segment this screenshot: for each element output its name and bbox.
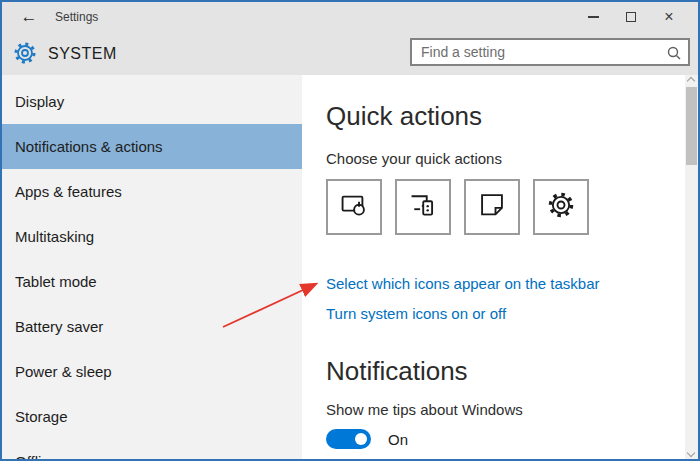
sidebar-item-display[interactable]: Display <box>2 79 302 124</box>
close-button[interactable]: × <box>650 6 688 28</box>
sidebar-item-apps-features[interactable]: Apps & features <box>2 169 302 214</box>
search-box <box>410 38 690 66</box>
minimize-icon <box>588 16 599 18</box>
window-controls: × <box>574 6 688 28</box>
link-turn-system-icons[interactable]: Turn system icons on or off <box>326 305 506 322</box>
maximize-icon <box>626 12 636 22</box>
search-icon[interactable] <box>666 45 682 65</box>
notifications-heading: Notifications <box>326 354 685 388</box>
quick-action-tiles <box>326 179 685 235</box>
quick-actions-heading: Quick actions <box>326 99 685 133</box>
quick-action-all-settings[interactable] <box>533 179 589 235</box>
choose-quick-actions-label: Choose your quick actions <box>326 150 685 167</box>
sidebar-item-tablet-mode[interactable]: Tablet mode <box>2 259 302 304</box>
scroll-down-icon[interactable] <box>687 449 695 457</box>
scrollbar[interactable] <box>685 75 698 459</box>
show-tips-toggle[interactable] <box>326 429 371 449</box>
back-button[interactable]: ← <box>16 6 42 28</box>
close-icon: × <box>664 9 673 25</box>
scroll-up-icon[interactable] <box>687 77 695 85</box>
sidebar: Display Notifications & actions Apps & f… <box>2 75 302 459</box>
connect-icon <box>409 191 437 223</box>
maximize-button[interactable] <box>612 6 650 28</box>
sidebar-item-battery-saver[interactable]: Battery saver <box>2 304 302 349</box>
window-title: Settings <box>55 10 98 24</box>
sidebar-item-storage[interactable]: Storage <box>2 394 302 439</box>
show-tips-toggle-row: On <box>326 429 685 449</box>
sidebar-item-notifications-actions[interactable]: Notifications & actions <box>2 124 302 169</box>
show-tips-label: Show me tips about Windows <box>326 401 685 418</box>
toggle-state-label: On <box>388 431 408 448</box>
main-panel: Quick actions Choose your quick actions <box>302 75 685 459</box>
sidebar-item-multitasking[interactable]: Multitasking <box>2 214 302 259</box>
link-select-taskbar-icons[interactable]: Select which icons appear on the taskbar <box>326 275 600 292</box>
quick-action-connect[interactable] <box>395 179 451 235</box>
settings-window: ← Settings × SYSTEM <box>0 0 700 461</box>
tablet-mode-icon <box>340 191 368 223</box>
scrollbar-thumb[interactable] <box>686 87 697 165</box>
page-title: SYSTEM <box>48 45 117 63</box>
minimize-button[interactable] <box>574 6 612 28</box>
sidebar-item-offline-maps[interactable]: Offline maps <box>2 439 302 459</box>
quick-action-tablet-mode[interactable] <box>326 179 382 235</box>
all-settings-icon <box>547 191 575 223</box>
quick-action-note[interactable] <box>464 179 520 235</box>
sidebar-item-power-sleep[interactable]: Power & sleep <box>2 349 302 394</box>
note-icon <box>478 191 506 223</box>
toggle-knob <box>355 433 367 445</box>
titlebar: ← Settings × SYSTEM <box>2 2 698 75</box>
search-input[interactable] <box>412 40 688 64</box>
settings-gear-icon <box>13 41 37 69</box>
